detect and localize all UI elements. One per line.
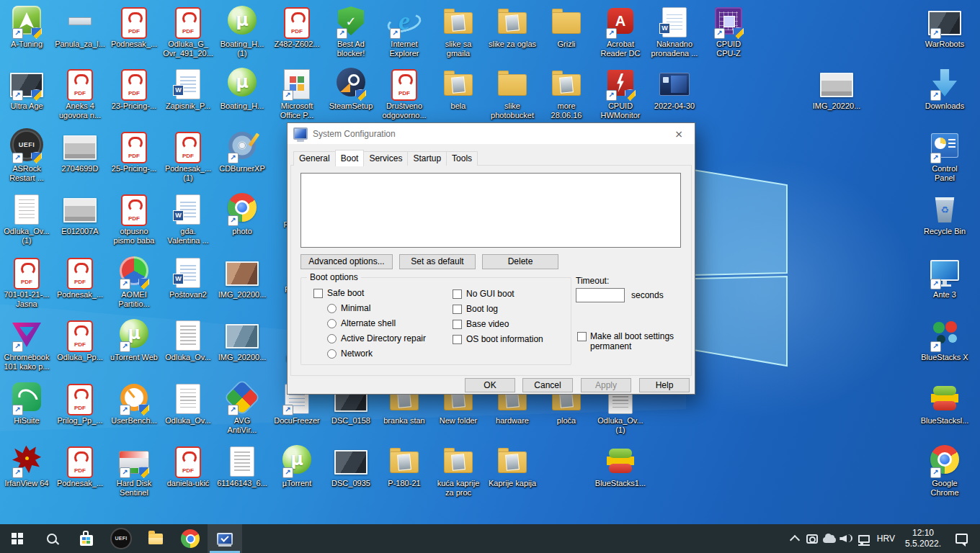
- desktop-icon[interactable]: 25-Pricing-...: [107, 130, 161, 174]
- desktop-icon[interactable]: ↗photo: [215, 193, 270, 236]
- desktop-icon[interactable]: DSC_0935: [324, 445, 378, 488]
- desktop-icon[interactable]: ↗CPUID CPU-Z: [701, 6, 756, 58]
- tab-services[interactable]: Services: [363, 151, 408, 166]
- desktop-icon[interactable]: otpusno pismo baba: [107, 193, 161, 246]
- desktop-icon[interactable]: IMG_20200...: [215, 256, 270, 300]
- desktop-icon[interactable]: ↗Control Panel: [917, 130, 972, 183]
- desktop-icon[interactable]: Društveno odgovorno...: [377, 68, 432, 120]
- taskbar-uefi-button[interactable]: UEFI: [104, 524, 138, 553]
- desktop-icon[interactable]: bela: [431, 68, 486, 111]
- desktop-icon[interactable]: ↗AVG AntiVir...: [215, 382, 270, 435]
- desktop-icon[interactable]: ↗BlueStacks X: [917, 319, 972, 362]
- active-directory-repair-radio[interactable]: Active Directory repair: [327, 333, 426, 343]
- desktop-icon[interactable]: Odluka_Ov... (1): [0, 193, 54, 246]
- desktop-icon[interactable]: ↗A-Tuning: [0, 6, 54, 49]
- desktop-icon[interactable]: ↗Chromebook 101 kako p...: [0, 319, 54, 372]
- apply-button[interactable]: Apply: [581, 378, 631, 392]
- desktop-icon[interactable]: P-180-21: [377, 445, 432, 488]
- taskbar-search-button[interactable]: [35, 524, 69, 553]
- desktop-icon[interactable]: ↗Hard Disk Sentinel: [107, 445, 161, 498]
- desktop-icon[interactable]: ↗Acrobat Reader DC: [593, 6, 648, 58]
- desktop-icon[interactable]: slike sa gmaila: [431, 6, 486, 58]
- desktop-icon[interactable]: ↗Ante 3: [917, 256, 972, 300]
- action-center-button[interactable]: [947, 524, 976, 553]
- desktop-icon[interactable]: IMG_20200...: [215, 319, 270, 362]
- boot-entries-listbox[interactable]: [300, 173, 681, 248]
- desktop-icon[interactable]: Odluka_Ov...: [161, 319, 215, 362]
- close-icon[interactable]: ×: [663, 123, 695, 144]
- tray-network[interactable]: [855, 524, 873, 553]
- desktop-icon[interactable]: ↗Internet Explorer: [377, 6, 432, 58]
- desktop-icon[interactable]: Podnesak_...: [53, 445, 107, 488]
- boot-log-checkbox[interactable]: Boot log: [453, 304, 498, 314]
- tray-meet-now[interactable]: [803, 524, 821, 553]
- desktop-icon[interactable]: Poštovan2: [161, 256, 215, 300]
- tray-onedrive[interactable]: [821, 524, 838, 553]
- desktop-icon[interactable]: ↗µTorrent: [270, 445, 324, 488]
- tab-tools[interactable]: Tools: [446, 151, 478, 166]
- desktop-icon[interactable]: Boating_H... (1): [215, 6, 270, 58]
- desktop-icon[interactable]: SteamSetup: [324, 68, 378, 111]
- cancel-button[interactable]: Cancel: [522, 378, 573, 392]
- desktop-icon[interactable]: Odluka_Pp...: [53, 319, 107, 362]
- taskbar-chrome-button[interactable]: [173, 524, 208, 553]
- desktop-icon[interactable]: ↗Google Chrome: [917, 445, 972, 498]
- desktop-icon[interactable]: ↗Ultra Age: [0, 68, 54, 111]
- advanced-options-button[interactable]: Advanced options...: [300, 254, 393, 269]
- desktop-icon[interactable]: Aneks 4 ugovora n...: [53, 68, 107, 120]
- tray-clock[interactable]: 12:10 5.5.2022.: [899, 528, 947, 549]
- desktop-icon[interactable]: BlueStacks1...: [593, 445, 648, 488]
- desktop-icon[interactable]: ↗uTorrent Web: [107, 319, 161, 362]
- desktop-icon[interactable]: daniela-ukić: [161, 445, 215, 488]
- os-boot-information-checkbox[interactable]: OS boot information: [453, 334, 543, 344]
- taskbar-file-explorer-button[interactable]: [138, 524, 173, 553]
- network-radio[interactable]: Network: [327, 349, 373, 359]
- set-as-default-button[interactable]: Set as default: [399, 254, 476, 269]
- desktop-icon[interactable]: ↗WarRobots: [917, 6, 972, 49]
- make-permanent-checkbox[interactable]: Make all boot settings permanent: [577, 331, 685, 351]
- desktop-icon[interactable]: Boating_H...: [215, 68, 270, 111]
- desktop-icon[interactable]: Grizli: [539, 6, 594, 49]
- desktop-icon[interactable]: ↗Best Ad blocker!: [324, 6, 378, 58]
- dialog-titlebar[interactable]: System Configuration ×: [288, 123, 695, 144]
- delete-button[interactable]: Delete: [482, 254, 558, 269]
- desktop-icon[interactable]: BlueStacksl...: [917, 382, 972, 426]
- start-button[interactable]: [0, 524, 35, 553]
- tab-startup[interactable]: Startup: [407, 151, 447, 166]
- desktop-icon[interactable]: ↗UserBench...: [107, 382, 161, 426]
- desktop-icon[interactable]: ↗IrfanView 64: [0, 445, 54, 488]
- desktop-icon[interactable]: IMG_20220...: [809, 68, 864, 111]
- desktop-icon[interactable]: Naknadno pronađena ...: [647, 6, 702, 58]
- desktop-icon[interactable]: Zapisnik_P...: [161, 68, 215, 111]
- tab-general[interactable]: General: [293, 151, 336, 166]
- desktop-icon[interactable]: ↗ASRock Restart ...: [0, 130, 54, 183]
- desktop-icon[interactable]: 2704699D: [53, 130, 107, 174]
- desktop-icon[interactable]: Recycle Bin: [917, 193, 972, 236]
- tray-show-hidden-icons[interactable]: [786, 524, 803, 553]
- timeout-input[interactable]: [576, 288, 625, 302]
- desktop-icon[interactable]: E012007A: [53, 193, 107, 236]
- help-button[interactable]: Help: [639, 378, 690, 392]
- desktop-icon[interactable]: ↗Microsoft Office P...: [270, 68, 324, 120]
- desktop-icon[interactable]: Podnesak_... (1): [161, 130, 215, 183]
- desktop-icon[interactable]: 2022-04-30: [647, 68, 702, 111]
- desktop-icon[interactable]: Kaprije kapija: [485, 445, 540, 488]
- desktop-icon[interactable]: slike photobucket: [485, 68, 540, 120]
- desktop-icon[interactable]: kuća kaprije za proc: [431, 445, 486, 498]
- tab-boot[interactable]: Boot: [335, 150, 365, 166]
- desktop-icon[interactable]: 61146143_6...: [215, 445, 270, 488]
- desktop-icon[interactable]: more 28.06.16: [539, 68, 594, 120]
- taskbar-system-configuration-button[interactable]: [208, 524, 242, 553]
- desktop-icon[interactable]: Z482-Z602...: [270, 6, 324, 49]
- desktop-icon[interactable]: ↗HiSuite: [0, 382, 54, 426]
- no-gui-boot-checkbox[interactable]: No GUI boot: [453, 289, 514, 299]
- desktop-icon[interactable]: ↗AOMEI Partitio...: [107, 256, 161, 309]
- desktop-icon[interactable]: Podnesak_...: [107, 6, 161, 49]
- ok-button[interactable]: OK: [465, 378, 515, 392]
- desktop-icon[interactable]: ↗CDBurnerXP: [215, 130, 270, 174]
- desktop-icon[interactable]: gđa. Valentina ...: [161, 193, 215, 246]
- desktop-icon[interactable]: 701-01-21-... Jasna: [0, 256, 54, 309]
- minimal-radio[interactable]: Minimal: [327, 303, 370, 313]
- desktop-icon[interactable]: Podnesak_...: [53, 256, 107, 300]
- desktop-icon[interactable]: Prilog_Pp_...: [53, 382, 107, 426]
